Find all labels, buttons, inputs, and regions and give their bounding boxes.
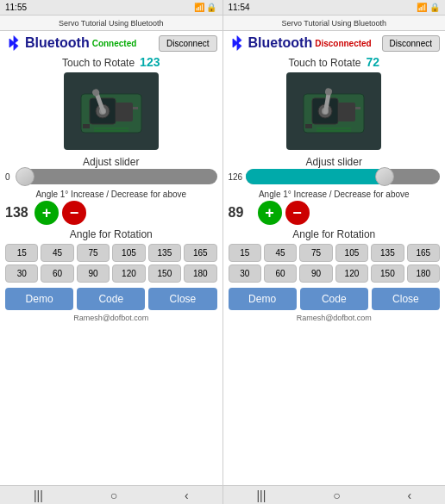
- angle-controls-right: 89 + −: [229, 201, 441, 225]
- rot-btn-r-75[interactable]: 75: [299, 244, 332, 262]
- rot-btn-l-15[interactable]: 15: [5, 244, 38, 262]
- status-time-left: 11:55: [5, 3, 27, 12]
- svg-rect-20: [305, 124, 312, 128]
- right-panel: Bluetooth Disconnected Disconnect Touch …: [223, 31, 446, 485]
- email-left: Ramesh@dofbot.com: [73, 314, 148, 322]
- menu-btn-left[interactable]: |||: [34, 488, 43, 502]
- rotation-label-right: Angle for Rotation: [292, 228, 375, 240]
- slider-thumb-left[interactable]: [16, 167, 34, 186]
- app-title-left: Servo Tutorial Using Bluetooth: [59, 19, 164, 28]
- decrement-btn-left[interactable]: −: [62, 201, 86, 225]
- touch-value-right: 72: [366, 55, 379, 69]
- slider-track-left[interactable]: [19, 169, 217, 184]
- touch-label-left: Touch to Rotate: [62, 57, 135, 69]
- servo-image-left[interactable]: [64, 72, 159, 150]
- nav-left: ||| ○ ‹: [0, 486, 223, 504]
- status-icons-right: 📶 🔒: [417, 3, 440, 12]
- rot-btn-l-60[interactable]: 60: [41, 264, 73, 283]
- slider-label-left: Adjust slider: [83, 156, 139, 168]
- left-panel: Bluetooth Connected Disconnect Touch to …: [0, 31, 223, 485]
- decrement-btn-right[interactable]: −: [285, 201, 310, 225]
- bt-label-right: Bluetooth: [248, 35, 313, 51]
- rot-btn-r-150[interactable]: 150: [371, 264, 404, 283]
- slider-min-right: 126: [229, 172, 243, 182]
- back-btn-right[interactable]: ‹: [407, 488, 411, 502]
- rot-btn-r-15[interactable]: 15: [229, 244, 261, 262]
- rot-btn-r-90[interactable]: 90: [299, 264, 332, 283]
- rot-btn-l-90[interactable]: 90: [77, 264, 110, 283]
- angle-label-left: Angle 1° Increase / Decrease for above: [5, 190, 217, 199]
- close-btn-right[interactable]: Close: [372, 288, 440, 310]
- rot-btn-r-105[interactable]: 105: [335, 244, 368, 262]
- rot-btn-r-165[interactable]: 165: [407, 244, 440, 262]
- rot-btn-l-45[interactable]: 45: [41, 244, 73, 262]
- svg-rect-7: [116, 103, 133, 121]
- svg-rect-21: [355, 107, 360, 109]
- status-time-right: 11:54: [229, 3, 250, 12]
- bluetooth-icon-left: [5, 34, 22, 52]
- angle-label-right: Angle 1° Increase / Decrease for above: [229, 190, 441, 199]
- slider-container-right: 126: [229, 169, 441, 184]
- rot-btn-r-60[interactable]: 60: [264, 264, 297, 283]
- rot-btn-l-150[interactable]: 150: [148, 264, 181, 283]
- svg-rect-8: [83, 124, 90, 128]
- slider-thumb-right[interactable]: [375, 167, 394, 186]
- slider-track-right[interactable]: [246, 169, 440, 184]
- svg-marker-12: [233, 36, 241, 51]
- increment-btn-right[interactable]: +: [258, 201, 282, 225]
- bt-status-left: Connected: [92, 39, 137, 48]
- code-btn-right[interactable]: Code: [300, 288, 368, 310]
- bt-header-left: Bluetooth Connected Disconnect: [5, 34, 217, 52]
- touch-label-right: Touch to Rotate: [288, 57, 360, 69]
- nav-right: ||| ○ ‹: [223, 486, 446, 504]
- bt-status-right: Disconnected: [315, 39, 372, 48]
- disconnect-btn-right[interactable]: Disconnect: [382, 35, 440, 52]
- rot-btn-l-30[interactable]: 30: [5, 264, 38, 283]
- menu-btn-right[interactable]: |||: [256, 488, 266, 502]
- demo-btn-left[interactable]: Demo: [5, 288, 73, 310]
- rotation-grid-left: 15 45 75 105 135 165 30 60 90 120 150 18…: [5, 244, 217, 283]
- home-btn-left[interactable]: ○: [110, 488, 117, 502]
- home-btn-right[interactable]: ○: [333, 488, 340, 502]
- rot-btn-l-75[interactable]: 75: [77, 244, 110, 262]
- code-btn-left[interactable]: Code: [77, 288, 145, 310]
- touch-value-left: 123: [140, 55, 160, 69]
- rot-btn-r-120[interactable]: 120: [335, 264, 368, 283]
- bt-header-right: Bluetooth Disconnected Disconnect: [229, 34, 441, 52]
- increment-btn-left[interactable]: +: [34, 201, 59, 225]
- rot-btn-r-30[interactable]: 30: [229, 264, 261, 283]
- bluetooth-icon-right: [229, 34, 246, 52]
- svg-rect-9: [133, 107, 138, 109]
- email-right: Ramesh@dofbot.com: [297, 314, 372, 322]
- rot-btn-l-165[interactable]: 165: [184, 244, 216, 262]
- slider-label-right: Adjust slider: [306, 156, 362, 168]
- back-btn-left[interactable]: ‹: [185, 488, 189, 502]
- rotation-label-left: Angle for Rotation: [70, 228, 153, 240]
- rot-btn-r-180[interactable]: 180: [407, 264, 440, 283]
- disconnect-btn-left[interactable]: Disconnect: [159, 35, 216, 52]
- rot-btn-l-180[interactable]: 180: [184, 264, 216, 283]
- slider-container-left: 0: [5, 169, 217, 184]
- rot-btn-l-120[interactable]: 120: [112, 264, 145, 283]
- status-icons-left: 📶 🔒: [194, 3, 217, 12]
- demo-btn-right[interactable]: Demo: [229, 288, 297, 310]
- angle-num-left: 138: [5, 205, 31, 221]
- app-title-right: Servo Tutorial Using Bluetooth: [281, 19, 386, 28]
- slider-min-left: 0: [5, 172, 16, 182]
- bt-label-left: Bluetooth: [25, 35, 90, 51]
- rotation-grid-right: 15 45 75 105 135 165 30 60 90 120 150 18…: [229, 244, 441, 283]
- angle-controls-left: 138 + −: [5, 201, 217, 225]
- rot-btn-r-135[interactable]: 135: [371, 244, 404, 262]
- svg-rect-19: [338, 103, 355, 121]
- action-buttons-left: Demo Code Close: [5, 288, 217, 310]
- rot-btn-l-135[interactable]: 135: [148, 244, 181, 262]
- action-buttons-right: Demo Code Close: [229, 288, 441, 310]
- angle-num-right: 89: [229, 205, 254, 221]
- servo-image-right[interactable]: [286, 72, 381, 150]
- close-btn-left[interactable]: Close: [148, 288, 216, 310]
- servo-svg-right: [286, 72, 381, 150]
- rot-btn-l-105[interactable]: 105: [112, 244, 145, 262]
- rot-btn-r-45[interactable]: 45: [264, 244, 297, 262]
- touch-rotate-right: Touch to Rotate 72: [288, 55, 379, 71]
- touch-rotate-left: Touch to Rotate 123: [62, 55, 160, 71]
